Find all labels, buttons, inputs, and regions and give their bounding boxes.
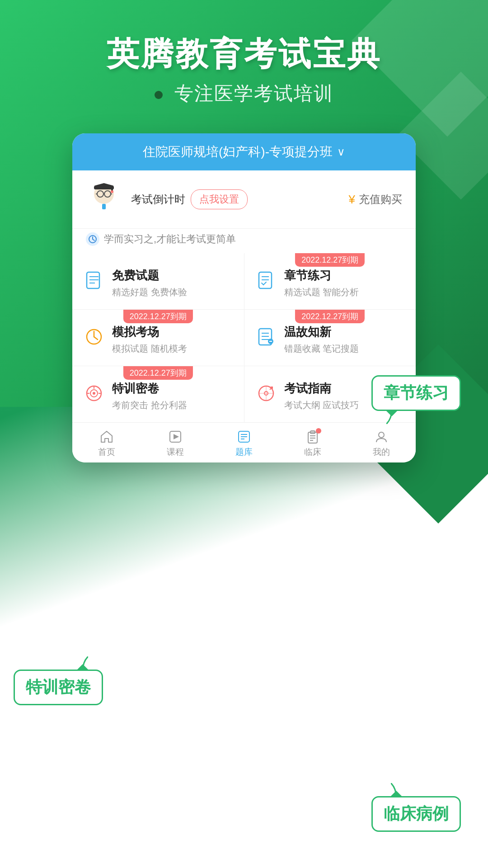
review-icon <box>255 326 277 348</box>
recharge-label: 充值购买 <box>359 192 402 207</box>
countdown-row: 考试倒计时 点我设置 ¥ 充值购买 <box>72 170 416 228</box>
bullet-dot <box>155 91 163 99</box>
exam-guide-desc: 考试大纲 应试技巧 <box>284 399 359 411</box>
chevron-down-icon: ∨ <box>337 146 345 158</box>
svg-marker-42 <box>174 434 179 439</box>
list-icon <box>237 430 251 443</box>
card-secret-exam[interactable]: 2022.12.27到期 特训密卷 考前突击 抢分利器 <box>72 366 244 422</box>
secret-expiry-badge: 2022.12.27到期 <box>123 366 193 380</box>
nav-question-label: 题库 <box>235 446 253 458</box>
nav-question-bank[interactable]: 题库 <box>210 430 278 458</box>
nav-clinical-label: 临床 <box>304 446 321 458</box>
mock-expiry-badge: 2022.12.27到期 <box>123 310 193 323</box>
user-icon <box>375 430 388 443</box>
header-area: 英腾教育考试宝典 专注医学考试培训 <box>0 0 488 106</box>
card-chapter-practice[interactable]: 2022.12.27到期 章节练习 精选试题 智能分析 <box>244 253 416 309</box>
bottom-nav: 首页 课程 题库 <box>72 422 416 462</box>
exam-guide-title: 考试指南 <box>284 381 359 396</box>
svg-rect-10 <box>102 204 106 209</box>
review-title: 温故知新 <box>284 324 359 340</box>
countdown-section: 考试倒计时 点我设置 <box>131 189 340 209</box>
svg-point-4 <box>111 190 113 193</box>
card-mock-exam[interactable]: 2022.12.27到期 模拟考场 模拟试题 随机模考 <box>72 310 244 366</box>
mascot-avatar <box>86 181 122 217</box>
app-subtitle: 专注医学考试培训 <box>0 81 488 106</box>
svg-point-52 <box>379 432 384 438</box>
chapter-practice-icon <box>255 269 277 291</box>
review-desc: 错题收藏 笔记搜题 <box>284 343 359 355</box>
callout-chapter-text: 章节练习 <box>384 383 449 402</box>
callout-chapter: 章节练习 <box>371 375 461 411</box>
free-questions-desc: 精选好题 免费体验 <box>112 286 187 298</box>
home-icon <box>100 430 113 443</box>
callout-secret: 特训密卷 <box>14 670 103 705</box>
nav-mine-label: 我的 <box>373 446 390 458</box>
chapter-expiry-badge: 2022.12.27到期 <box>295 253 365 267</box>
chapter-practice-title: 章节练习 <box>284 268 359 283</box>
mock-exam-icon <box>83 326 105 348</box>
course-header-text: 住院医师规培(妇产科)-专项提分班 <box>143 143 333 160</box>
svg-rect-1 <box>94 186 114 189</box>
countdown-label: 考试倒计时 <box>131 192 185 207</box>
nav-clinical[interactable]: 临床 <box>278 430 347 458</box>
callout-secret-text: 特训密卷 <box>26 678 91 696</box>
feature-grid: 免费试题 精选好题 免费体验 2022.12.27到期 章节练习 <box>72 253 416 422</box>
nav-course[interactable]: 课程 <box>141 430 210 458</box>
callout-clinical: 临床病例 <box>371 796 461 832</box>
nav-home[interactable]: 首页 <box>72 430 141 458</box>
callout-clinical-text: 临床病例 <box>384 804 449 823</box>
nav-home-label: 首页 <box>98 446 115 458</box>
app-title: 英腾教育考试宝典 <box>0 36 488 72</box>
nav-mine[interactable]: 我的 <box>347 430 416 458</box>
svg-marker-2 <box>94 183 114 186</box>
mock-exam-desc: 模拟试题 随机模考 <box>112 343 187 355</box>
svg-line-23 <box>94 337 98 340</box>
svg-point-32 <box>93 392 95 395</box>
clock-icon <box>86 232 99 246</box>
motto-row: 学而实习之,才能让考试更简单 <box>72 228 416 253</box>
card-free-questions[interactable]: 免费试题 精选好题 免费体验 <box>72 253 244 309</box>
set-countdown-button[interactable]: 点我设置 <box>191 189 248 209</box>
coin-icon: ¥ <box>349 193 355 207</box>
clipboard-icon <box>306 430 319 443</box>
course-header-bar[interactable]: 住院医师规培(妇产科)-专项提分班 ∨ <box>72 133 416 170</box>
card-review[interactable]: 2022.12.27到期 温故知新 错题收藏 笔记搜题 <box>244 310 416 366</box>
free-questions-title: 免费试题 <box>112 268 187 283</box>
free-questions-icon <box>83 269 105 291</box>
review-expiry-badge: 2022.12.27到期 <box>295 310 365 323</box>
secret-exam-title: 特训密卷 <box>112 381 187 396</box>
secret-exam-icon <box>83 382 105 404</box>
mock-exam-title: 模拟考场 <box>112 324 187 340</box>
phone-mockup: 住院医师规培(妇产科)-专项提分班 ∨ <box>72 133 416 462</box>
svg-line-13 <box>93 239 94 241</box>
nav-course-label: 课程 <box>167 446 184 458</box>
recharge-section[interactable]: ¥ 充值购买 <box>349 192 402 207</box>
motto-text: 学而实习之,才能让考试更简单 <box>104 232 236 246</box>
exam-guide-icon <box>255 382 277 404</box>
chapter-practice-desc: 精选试题 智能分析 <box>284 286 359 298</box>
play-icon <box>169 430 182 443</box>
secret-exam-desc: 考前突击 抢分利器 <box>112 399 187 411</box>
